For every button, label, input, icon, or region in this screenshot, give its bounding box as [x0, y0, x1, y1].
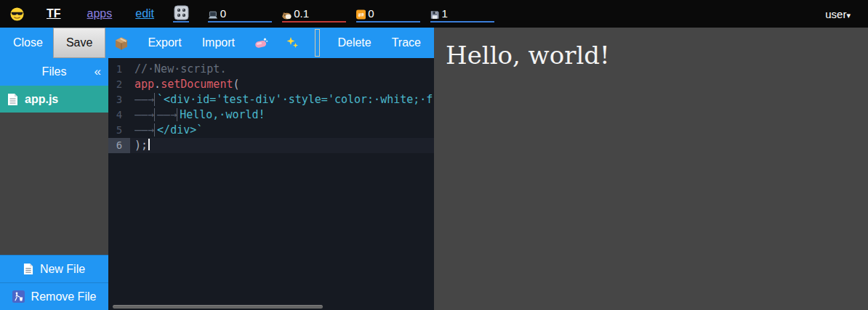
sparkles-button[interactable]: [277, 28, 308, 58]
line-number: 6: [108, 138, 130, 153]
line-number: 1: [108, 62, 130, 77]
delete-button[interactable]: Delete: [327, 28, 381, 58]
sunglasses-emoji-icon[interactable]: [10, 7, 24, 21]
floppy-icon: [430, 9, 439, 20]
code-token: (: [233, 78, 239, 91]
laptop-count-input[interactable]: [220, 7, 272, 20]
code-token: //·New·script.: [134, 62, 226, 76]
new-file-label: New File: [40, 263, 85, 276]
file-name: app.js: [25, 93, 58, 106]
code-line[interactable]: 6);: [108, 138, 434, 153]
top-bar: TF apps edit user▾: [0, 0, 868, 28]
hamster-icon: [282, 11, 292, 20]
dice-icon: [174, 5, 189, 20]
laptop-counter-field: [208, 5, 272, 23]
nav-apps-link[interactable]: apps: [87, 7, 113, 20]
line-number: 4: [108, 107, 130, 123]
code-line[interactable]: 1//·New·script.: [108, 62, 434, 77]
new-file-button[interactable]: New File: [0, 255, 108, 282]
line-number: 5: [108, 123, 130, 138]
user-menu-label: user: [825, 8, 846, 20]
code-token: setDocument: [161, 78, 233, 91]
code-line[interactable]: 5——→</div>`: [108, 123, 434, 138]
files-sidebar: Files « app.js New File Remove File: [0, 58, 108, 310]
code-line-content: app.setDocument(: [134, 77, 434, 92]
collapse-sidebar-button[interactable]: «: [95, 58, 101, 86]
code-token: </div>`: [157, 123, 203, 136]
save-button[interactable]: Save: [53, 28, 105, 58]
file-item-appjs[interactable]: app.js: [0, 86, 108, 113]
code-editor[interactable]: 1//·New·script.2app.setDocument(3——→`<di…: [108, 58, 434, 310]
package-icon: [114, 36, 129, 50]
preview-pane: Hello, world!: [434, 28, 868, 310]
code-token: ——→: [134, 93, 155, 106]
package-button[interactable]: [105, 28, 137, 58]
sidebar-spacer: [0, 113, 108, 255]
text-cursor: [148, 139, 150, 150]
empty-box-button[interactable]: [315, 29, 320, 57]
dice-button[interactable]: [173, 5, 189, 23]
line-number: 2: [108, 77, 130, 92]
file-icon: [7, 93, 18, 106]
code-line-content: ——→——→Hello,·world!: [134, 107, 434, 123]
code-line-content: ——→`<div·id='test-div'·style='color:·whi…: [134, 92, 434, 107]
code-lines: 1//·New·script.2app.setDocument(3——→`<di…: [108, 62, 434, 153]
repeat-count-input[interactable]: [368, 7, 420, 20]
code-token: Hello,·world!: [180, 108, 265, 121]
sparkles-icon: [286, 36, 299, 49]
remove-file-button[interactable]: Remove File: [0, 282, 108, 310]
editor-toolbar: Close Save Export Import Delete Trace: [0, 28, 434, 58]
code-line-content: );: [134, 138, 434, 153]
hamster-counter-field: [282, 5, 346, 23]
export-button[interactable]: Export: [137, 28, 191, 58]
code-token: .: [154, 78, 161, 91]
repeat-icon: [356, 9, 366, 20]
code-token: ——→: [134, 123, 155, 136]
files-panel-title: Files: [42, 65, 67, 78]
repeat-counter-field: [356, 5, 420, 23]
preview-heading: Hello, world!: [446, 41, 856, 70]
nav-edit-link[interactable]: edit: [135, 7, 154, 20]
remove-file-label: Remove File: [31, 290, 97, 303]
new-file-icon: [23, 263, 33, 275]
code-line-content: ——→</div>`: [134, 123, 434, 138]
code-token: app: [134, 78, 154, 91]
soap-button[interactable]: [245, 28, 277, 58]
close-button[interactable]: Close: [3, 28, 53, 58]
files-panel-header: Files «: [0, 58, 108, 86]
code-token: ——→: [157, 108, 177, 121]
remove-file-icon: [12, 290, 25, 303]
caret-down-icon: ▾: [846, 11, 851, 20]
user-menu-button[interactable]: user▾: [825, 8, 858, 20]
hamster-count-input[interactable]: [294, 7, 346, 20]
horizontal-scrollbar[interactable]: [113, 305, 323, 309]
floppy-counter-field: [430, 5, 494, 23]
app-window: TF apps edit user▾: [0, 0, 868, 310]
floppy-count-input[interactable]: [441, 7, 494, 20]
line-number: 3: [108, 92, 130, 107]
soap-icon: [254, 37, 268, 49]
code-token: `<div·id='test-div'·style='color:·white;…: [157, 93, 433, 106]
trace-button[interactable]: Trace: [382, 28, 431, 58]
code-token: );: [134, 139, 148, 152]
brand-link[interactable]: TF: [47, 7, 61, 20]
code-line[interactable]: 4——→——→Hello,·world!: [108, 107, 434, 123]
code-line[interactable]: 3——→`<div·id='test-div'·style='color:·wh…: [108, 92, 434, 107]
dice-underline: [173, 21, 189, 23]
editor-app-panel: Close Save Export Import Delete Trace: [0, 28, 434, 310]
code-token: ——→: [134, 108, 155, 121]
code-line-content: //·New·script.: [134, 62, 434, 77]
laptop-icon: [208, 10, 218, 20]
code-line[interactable]: 2app.setDocument(: [108, 77, 434, 92]
import-button[interactable]: Import: [192, 28, 245, 58]
